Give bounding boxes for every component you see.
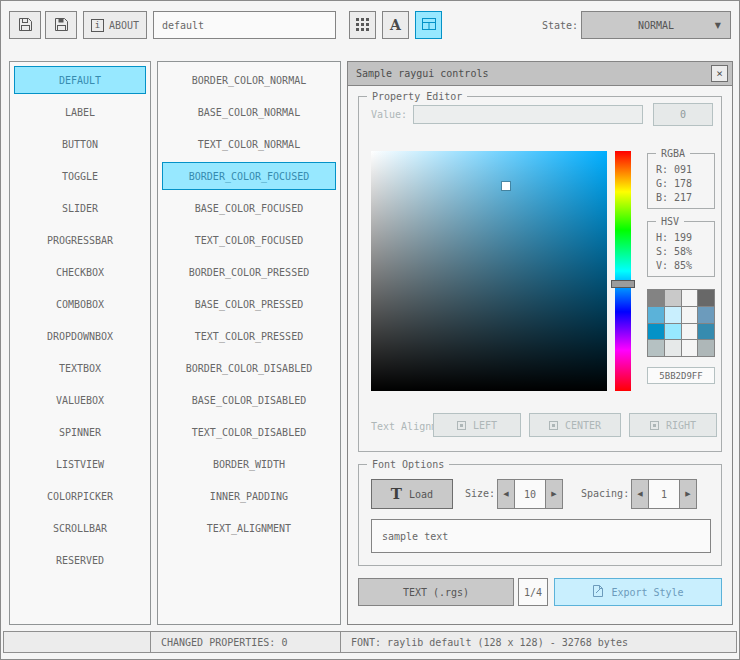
palette-swatch[interactable] — [698, 290, 714, 306]
about-button[interactable]: i ABOUT — [83, 11, 147, 39]
control-list-item[interactable]: DROPDOWNBOX — [14, 322, 146, 350]
control-list-item[interactable]: TOGGLE — [14, 162, 146, 190]
font-spacing-value[interactable]: 1 — [649, 479, 679, 509]
control-list-item[interactable]: BUTTON — [14, 130, 146, 158]
load-font-button[interactable]: T Load — [371, 479, 453, 509]
export-style-button[interactable]: Export Style — [554, 578, 722, 606]
font-options-label: Font Options — [367, 458, 449, 471]
property-list-item[interactable]: BORDER_COLOR_FOCUSED — [162, 162, 336, 190]
property-list-item[interactable]: BORDER_WIDTH — [162, 450, 336, 478]
hsv-group: HSV H: 199 S: 58% V: 85% — [647, 221, 715, 277]
about-button-label: ABOUT — [109, 20, 139, 31]
palette-swatch[interactable] — [665, 290, 681, 306]
control-list-item[interactable]: PROGRESSBAR — [14, 226, 146, 254]
align-center-button[interactable]: CENTER — [529, 413, 621, 437]
property-list-item[interactable]: TEXT_COLOR_NORMAL — [162, 130, 336, 158]
hue-bar[interactable] — [615, 151, 631, 391]
spacing-decrement-icon[interactable]: ◀ — [631, 479, 649, 509]
grid-icon — [355, 17, 370, 34]
align-right-button[interactable]: RIGHT — [629, 413, 717, 437]
window-title: Sample raygui controls — [356, 68, 488, 79]
property-list-item[interactable]: TEXT_COLOR_PRESSED — [162, 322, 336, 350]
font-atlas-button[interactable] — [349, 11, 376, 39]
palette-swatch[interactable] — [648, 324, 664, 340]
property-list-item[interactable]: TEXT_ALIGNMENT — [162, 514, 336, 542]
close-icon[interactable]: × — [711, 65, 728, 82]
size-increment-icon[interactable]: ▶ — [545, 479, 563, 509]
control-list-item[interactable]: CHECKBOX — [14, 258, 146, 286]
sample-text-textbox[interactable]: sample text — [371, 519, 711, 553]
property-list-item[interactable]: BASE_COLOR_FOCUSED — [162, 194, 336, 222]
size-decrement-icon[interactable]: ◀ — [497, 479, 515, 509]
palette-swatch[interactable] — [682, 307, 698, 323]
palette-swatch[interactable] — [665, 340, 681, 356]
palette-swatch[interactable] — [682, 290, 698, 306]
window-titlebar[interactable]: Sample raygui controls × — [348, 62, 732, 86]
value-button[interactable]: 0 — [653, 103, 713, 126]
palette-swatch[interactable] — [698, 307, 714, 323]
control-list-item[interactable]: VALUEBOX — [14, 386, 146, 414]
palette-swatch[interactable] — [648, 290, 664, 306]
style-table-button[interactable] — [415, 11, 442, 39]
style-name-input[interactable] — [153, 11, 336, 39]
property-list-item[interactable]: TEXT_COLOR_DISABLED — [162, 418, 336, 446]
rgba-r-value: R: 091 — [656, 163, 714, 177]
spacing-increment-icon[interactable]: ▶ — [679, 479, 697, 509]
control-list-item[interactable]: SCROLLBAR — [14, 514, 146, 542]
load-font-label: Load — [409, 489, 433, 500]
font-size-label: Size: — [465, 488, 495, 499]
control-list-item[interactable]: COLORPICKER — [14, 482, 146, 510]
rgba-b-value: B: 217 — [656, 191, 714, 205]
palette-swatch[interactable] — [698, 340, 714, 356]
property-list-item[interactable]: BASE_COLOR_DISABLED — [162, 386, 336, 414]
rgba-g-value: G: 178 — [656, 177, 714, 191]
control-list-item[interactable]: LABEL — [14, 98, 146, 126]
align-right-icon — [650, 421, 659, 430]
open-style-button[interactable] — [9, 11, 41, 39]
hex-color-value[interactable]: 5BB2D9FF — [647, 367, 715, 384]
chevron-down-icon: ▼ — [715, 21, 721, 30]
property-list-item[interactable]: BASE_COLOR_NORMAL — [162, 98, 336, 126]
export-format-button[interactable]: TEXT (.rgs) — [358, 578, 514, 606]
control-list-item[interactable]: DEFAULT — [14, 66, 146, 94]
palette-swatch[interactable] — [665, 324, 681, 340]
rgba-label: RGBA — [656, 147, 690, 160]
status-font-info: FONT: raylib default (128 x 128) - 32768… — [340, 631, 737, 653]
hsv-v-value: V: 85% — [656, 259, 714, 273]
save-file-icon — [54, 17, 69, 34]
hue-slider-handle[interactable] — [611, 280, 635, 288]
control-list-item[interactable]: SPINNER — [14, 418, 146, 446]
state-dropdown[interactable]: NORMAL ▼ — [581, 11, 731, 39]
font-spacing-label: Spacing: — [581, 488, 629, 499]
font-settings-button[interactable]: A — [382, 11, 409, 39]
hsv-s-value: S: 58% — [656, 245, 714, 259]
open-file-icon — [18, 17, 33, 34]
palette-swatch[interactable] — [648, 307, 664, 323]
property-list-item[interactable]: TEXT_COLOR_FOCUSED — [162, 226, 336, 254]
properties-list: BORDER_COLOR_NORMAL BASE_COLOR_NORMAL TE… — [157, 61, 341, 625]
control-list-item[interactable]: SLIDER — [14, 194, 146, 222]
palette-swatch[interactable] — [665, 307, 681, 323]
palette-swatch[interactable] — [682, 340, 698, 356]
control-list-item[interactable]: LISTVIEW — [14, 450, 146, 478]
palette-swatch[interactable] — [698, 324, 714, 340]
color-saturation-value-picker[interactable] — [371, 151, 607, 391]
save-style-button[interactable] — [45, 11, 77, 39]
property-list-item[interactable]: BORDER_COLOR_PRESSED — [162, 258, 336, 286]
palette-swatch[interactable] — [682, 324, 698, 340]
info-icon: i — [91, 19, 104, 32]
control-list-item[interactable]: TEXTBOX — [14, 354, 146, 382]
property-list-item[interactable]: BORDER_COLOR_DISABLED — [162, 354, 336, 382]
property-list-item[interactable]: BASE_COLOR_PRESSED — [162, 290, 336, 318]
palette-swatch[interactable] — [648, 340, 664, 356]
property-list-item[interactable]: INNER_PADDING — [162, 482, 336, 510]
font-size-value[interactable]: 10 — [515, 479, 545, 509]
font-options-group: Font Options T Load Size: ◀ 10 ▶ Spacing… — [358, 464, 722, 566]
align-left-button[interactable]: LEFT — [433, 413, 521, 437]
control-list-item[interactable]: COMBOBOX — [14, 290, 146, 318]
value-input[interactable] — [413, 105, 643, 124]
property-list-item[interactable]: BORDER_COLOR_NORMAL — [162, 66, 336, 94]
property-editor-label: Property Editor — [367, 90, 467, 103]
value-label: Value: — [371, 109, 407, 120]
control-list-item[interactable]: RESERVED — [14, 546, 146, 574]
